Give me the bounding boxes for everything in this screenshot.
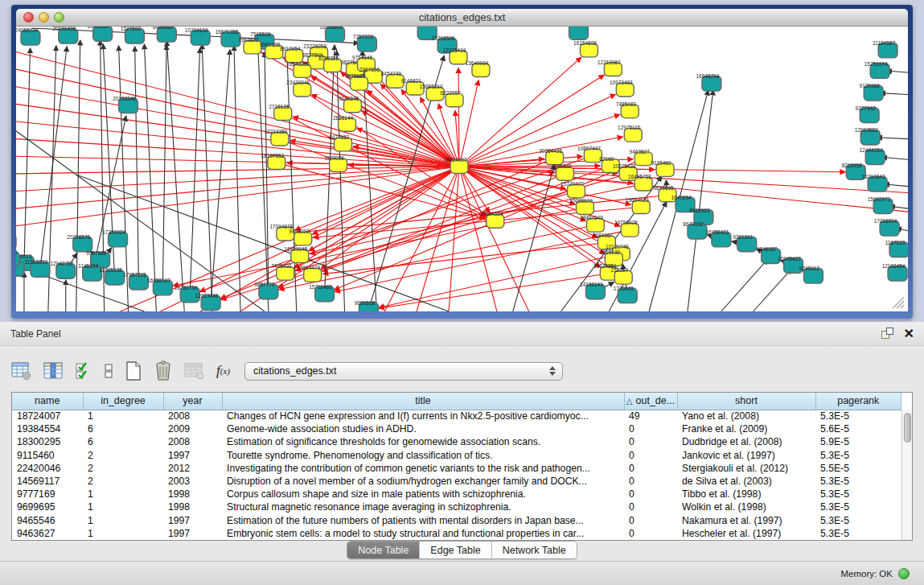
table-cell[interactable]: 1	[83, 410, 163, 422]
table-cell[interactable]: 5.3E-5	[815, 514, 901, 527]
close-traffic-light-icon[interactable]	[23, 12, 34, 23]
table-cell[interactable]: 1	[83, 514, 163, 527]
table-cell[interactable]: Stergiakouli et al. (2012)	[677, 462, 815, 475]
table-cell[interactable]: Jankovic et al. (1997)	[677, 449, 815, 462]
table-cell[interactable]: 9115460	[12, 449, 83, 462]
table-cell[interactable]: 5.9E-5	[815, 435, 901, 448]
table-cell[interactable]: 19384554	[12, 422, 83, 435]
table-row[interactable]: 946362711997Embryonic stem cells: a mode…	[12, 527, 901, 540]
table-cell[interactable]: 6	[83, 422, 163, 435]
table-cell[interactable]: 2	[83, 449, 163, 462]
network-view-window[interactable]: citations_edges.txt 24055724206914061005…	[11, 5, 913, 319]
table-cell[interactable]: 2012	[163, 462, 222, 475]
table-cell[interactable]: 2	[83, 462, 163, 475]
node-table[interactable]: namein_degreeyeartitle△out_de...shortpag…	[11, 392, 913, 541]
table-cell[interactable]: Dudbridge et al. (2008)	[677, 435, 815, 448]
network-canvas[interactable]: 2405572420691406100532871527602646616110…	[16, 27, 908, 311]
table-cell[interactable]: 5.3E-5	[815, 501, 901, 513]
table-cell[interactable]: 2008	[163, 410, 222, 422]
table-cell[interactable]: Genome-wide association studies in ADHD.	[222, 422, 624, 435]
table-cell[interactable]: 9777169	[12, 488, 83, 501]
table-cell[interactable]: Changes of HCN gene expression and I(f) …	[222, 410, 624, 422]
table-cell[interactable]: 0	[624, 475, 677, 488]
table-cell[interactable]: 18300295	[12, 435, 83, 448]
memory-ok-indicator-icon[interactable]	[898, 568, 910, 579]
float-window-icon[interactable]	[881, 328, 894, 340]
graph-node[interactable]	[569, 27, 589, 39]
table-cell[interactable]: 2003	[163, 475, 222, 488]
column-header-pagerank[interactable]: pagerank	[815, 393, 901, 410]
table-cell[interactable]: Wolkin et al. (1998)	[677, 501, 815, 513]
table-cell[interactable]: Corpus callosum shape and size in male p…	[222, 488, 624, 501]
table-cell[interactable]: 5.3E-5	[815, 488, 901, 501]
minimize-traffic-light-icon[interactable]	[39, 12, 49, 23]
table-cell[interactable]: Yano et al. (2008)	[677, 410, 815, 422]
select-columns-icon[interactable]	[75, 361, 92, 381]
table-cell[interactable]: 9699695	[12, 501, 83, 513]
new-table-icon[interactable]	[125, 360, 142, 381]
table-cell[interactable]: 0	[624, 449, 677, 462]
table-cell[interactable]: 0	[624, 527, 677, 540]
table-cell[interactable]: 5.3E-5	[815, 475, 901, 488]
table-cell[interactable]: 14569117	[12, 475, 83, 488]
table-cell[interactable]: 0	[624, 501, 677, 513]
close-panel-icon[interactable]: ✕	[904, 328, 914, 340]
table-cell[interactable]: 2008	[163, 435, 222, 448]
table-cell[interactable]: 1997	[163, 449, 222, 462]
column-header-name[interactable]: name	[12, 393, 83, 410]
table-settings-icon[interactable]	[11, 361, 32, 381]
table-cell[interactable]: 0	[624, 422, 677, 435]
column-header-indegree[interactable]: in_degree	[83, 393, 163, 410]
table-cell[interactable]: Nakamura et al. (1997)	[677, 514, 815, 527]
table-cell[interactable]: 9465546	[12, 514, 83, 527]
table-cell[interactable]: Estimation of the future numbers of pati…	[222, 514, 624, 527]
table-cell[interactable]: 49	[624, 410, 677, 422]
table-cell[interactable]: Disruption of a novel member of a sodium…	[222, 475, 624, 488]
column-header-short[interactable]: short	[677, 393, 815, 410]
table-row[interactable]: 1938455462009Genome-wide association stu…	[12, 422, 901, 435]
table-cell[interactable]: 2	[83, 475, 163, 488]
table-cell[interactable]: Hescheler et al. (1997)	[677, 527, 815, 540]
table-cell[interactable]: 5.6E-5	[815, 422, 901, 435]
table-cell[interactable]: 5.3E-5	[815, 527, 901, 540]
table-cell[interactable]: 1998	[163, 501, 222, 513]
table-scrollbar[interactable]	[901, 410, 912, 540]
zoom-traffic-light-icon[interactable]	[54, 12, 64, 23]
show-columns-icon[interactable]	[43, 361, 64, 381]
table-header-row[interactable]: namein_degreeyeartitle△out_de...shortpag…	[12, 393, 901, 410]
delete-rows-icon[interactable]	[154, 360, 173, 381]
table-cell[interactable]: de Silva et al. (2003)	[677, 475, 815, 488]
table-cell[interactable]: Franke et al. (2009)	[677, 422, 815, 435]
function-builder-icon[interactable]: f(x)	[216, 363, 230, 379]
table-row[interactable]: 977716911998Corpus callosum shape and si…	[12, 488, 901, 501]
table-row[interactable]: 1456911722003Disruption of a novel membe…	[12, 475, 901, 488]
tab-node-table[interactable]: Node Table	[347, 542, 420, 558]
table-cell[interactable]: 0	[624, 514, 677, 527]
table-cell[interactable]: 5.5E-5	[815, 462, 901, 475]
table-cell[interactable]: Tibbo et al. (1998)	[677, 488, 815, 501]
table-row[interactable]: 946554611997Estimation of the future num…	[12, 514, 901, 527]
table-cell[interactable]: 2009	[163, 422, 222, 435]
table-row[interactable]: 1830029562008Estimation of significance …	[12, 435, 901, 448]
table-cell[interactable]: 0	[624, 435, 677, 448]
column-header-year[interactable]: year	[163, 393, 222, 410]
table-cell[interactable]: 1	[83, 527, 163, 540]
table-selector-dropdown[interactable]: citations_edges.txt	[244, 362, 563, 381]
tab-network-table[interactable]: Network Table	[492, 542, 577, 558]
table-cell[interactable]: Structural magnetic resonance image aver…	[222, 501, 624, 513]
table-cell[interactable]: Tourette syndrome. Phenomenology and cla…	[222, 449, 624, 462]
table-cell[interactable]: 6	[83, 435, 163, 448]
tab-edge-table[interactable]: Edge Table	[420, 542, 491, 558]
table-row[interactable]: 969969511998Structural magnetic resonanc…	[12, 501, 901, 513]
table-cell[interactable]: 1	[83, 501, 163, 513]
table-row[interactable]: 2242004622012Investigating the contribut…	[12, 462, 901, 475]
row-height-icon[interactable]	[104, 361, 113, 381]
table-row[interactable]: 911546021997Tourette syndrome. Phenomeno…	[12, 449, 901, 462]
table-cell[interactable]: 5.3E-5	[815, 449, 901, 462]
table-cell[interactable]: Embryonic stem cells: a model to study s…	[222, 527, 624, 540]
table-cell[interactable]: 1997	[163, 514, 222, 527]
network-window-titlebar[interactable]: citations_edges.txt	[16, 9, 908, 27]
table-row[interactable]: 1872400712008Changes of HCN gene express…	[12, 410, 901, 422]
table-cell[interactable]: 0	[624, 462, 677, 475]
table-cell[interactable]: 1997	[163, 527, 222, 540]
